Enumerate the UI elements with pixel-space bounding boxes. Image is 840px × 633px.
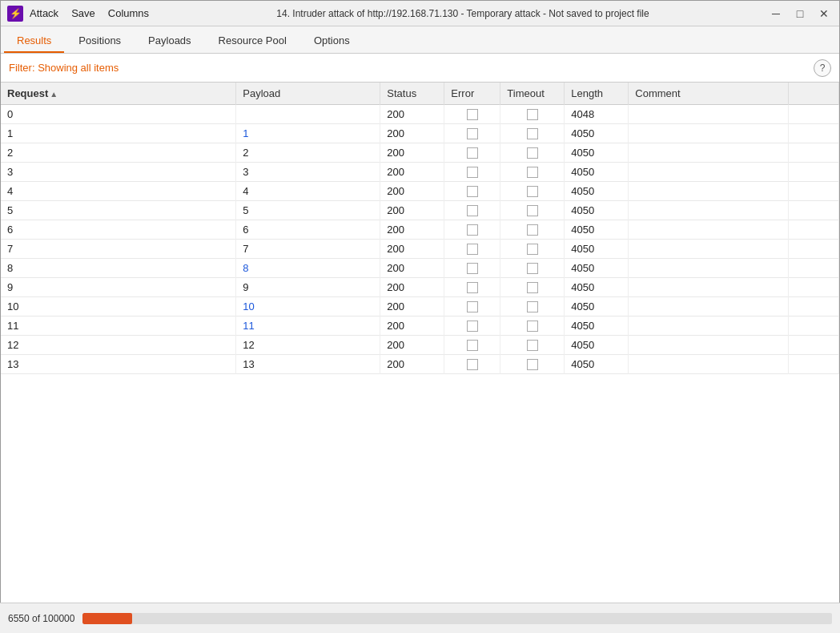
cell-timeout[interactable] bbox=[500, 220, 565, 240]
cell-error[interactable] bbox=[444, 220, 500, 240]
cell-extra bbox=[789, 143, 839, 163]
cell-timeout[interactable] bbox=[500, 259, 565, 278]
col-length[interactable]: Length bbox=[565, 83, 629, 105]
cell-extra bbox=[789, 182, 839, 201]
col-request[interactable]: Request▲ bbox=[1, 83, 236, 105]
table-row[interactable]: 992004050 bbox=[1, 278, 839, 297]
cell-extra bbox=[789, 124, 839, 143]
tab-resource-pool[interactable]: Resource Pool bbox=[206, 30, 299, 53]
cell-timeout[interactable] bbox=[500, 124, 565, 143]
cell-comment bbox=[629, 278, 789, 297]
table-row[interactable]: 02004048 bbox=[1, 105, 839, 124]
results-table-container: Request▲ Payload Status Error Timeout Le… bbox=[1, 83, 839, 603]
table-row[interactable]: 552004050 bbox=[1, 201, 839, 220]
cell-length: 4050 bbox=[565, 278, 629, 297]
cell-extra bbox=[789, 259, 839, 278]
cell-error[interactable] bbox=[444, 143, 500, 163]
table-row[interactable]: 442004050 bbox=[1, 182, 839, 201]
tab-options[interactable]: Options bbox=[301, 30, 363, 53]
cell-error[interactable] bbox=[444, 297, 500, 316]
col-status[interactable]: Status bbox=[380, 83, 444, 105]
filter-label[interactable]: Filter: Showing all items bbox=[9, 62, 814, 74]
menu-save[interactable]: Save bbox=[71, 7, 95, 19]
cell-error[interactable] bbox=[444, 355, 500, 374]
tab-bar: Results Positions Payloads Resource Pool… bbox=[1, 26, 839, 54]
table-row[interactable]: 10102004050 bbox=[1, 297, 839, 316]
cell-length: 4048 bbox=[565, 105, 629, 124]
cell-request: 6 bbox=[1, 220, 236, 240]
tab-positions[interactable]: Positions bbox=[66, 30, 134, 53]
table-row[interactable]: 11112004050 bbox=[1, 316, 839, 336]
cell-error[interactable] bbox=[444, 201, 500, 220]
tab-payloads[interactable]: Payloads bbox=[135, 30, 203, 53]
cell-payload: 6 bbox=[236, 220, 380, 240]
col-error[interactable]: Error bbox=[444, 83, 500, 105]
table-row[interactable]: 12122004050 bbox=[1, 336, 839, 355]
cell-error[interactable] bbox=[444, 336, 500, 355]
cell-error[interactable] bbox=[444, 182, 500, 201]
cell-extra bbox=[789, 105, 839, 124]
cell-request: 3 bbox=[1, 163, 236, 182]
table-row[interactable]: 772004050 bbox=[1, 240, 839, 259]
cell-request: 13 bbox=[1, 355, 236, 374]
cell-comment bbox=[629, 105, 789, 124]
cell-length: 4050 bbox=[565, 336, 629, 355]
cell-payload[interactable]: 11 bbox=[236, 316, 380, 336]
cell-status: 200 bbox=[380, 124, 444, 143]
table-row[interactable]: 332004050 bbox=[1, 163, 839, 182]
cell-error[interactable] bbox=[444, 124, 500, 143]
table-row[interactable]: 13132004050 bbox=[1, 355, 839, 374]
cell-payload: 5 bbox=[236, 201, 380, 220]
cell-error[interactable] bbox=[444, 105, 500, 124]
cell-timeout[interactable] bbox=[500, 355, 565, 374]
cell-timeout[interactable] bbox=[500, 297, 565, 316]
menu-columns[interactable]: Columns bbox=[108, 7, 149, 19]
col-payload[interactable]: Payload bbox=[236, 83, 380, 105]
table-row[interactable]: 662004050 bbox=[1, 220, 839, 240]
window-controls: ─ □ ✕ bbox=[767, 5, 833, 22]
cell-timeout[interactable] bbox=[500, 278, 565, 297]
results-table: Request▲ Payload Status Error Timeout Le… bbox=[1, 83, 839, 374]
cell-error[interactable] bbox=[444, 259, 500, 278]
cell-timeout[interactable] bbox=[500, 182, 565, 201]
cell-timeout[interactable] bbox=[500, 240, 565, 259]
table-row[interactable]: 112004050 bbox=[1, 124, 839, 143]
maximize-button[interactable]: □ bbox=[791, 5, 809, 22]
cell-error[interactable] bbox=[444, 316, 500, 336]
cell-timeout[interactable] bbox=[500, 201, 565, 220]
table-row[interactable]: 882004050 bbox=[1, 259, 839, 278]
cell-comment bbox=[629, 124, 789, 143]
cell-payload[interactable]: 8 bbox=[236, 259, 380, 278]
cell-payload[interactable]: 10 bbox=[236, 297, 380, 316]
cell-error[interactable] bbox=[444, 278, 500, 297]
cell-timeout[interactable] bbox=[500, 105, 565, 124]
cell-status: 200 bbox=[380, 278, 444, 297]
cell-payload bbox=[236, 105, 380, 124]
cell-error[interactable] bbox=[444, 163, 500, 182]
progress-bar bbox=[82, 613, 832, 624]
cell-error[interactable] bbox=[444, 240, 500, 259]
close-button[interactable]: ✕ bbox=[815, 5, 833, 22]
table-row[interactable]: 222004050 bbox=[1, 143, 839, 163]
cell-timeout[interactable] bbox=[500, 336, 565, 355]
cell-payload[interactable]: 1 bbox=[236, 124, 380, 143]
cell-timeout[interactable] bbox=[500, 316, 565, 336]
cell-payload: 12 bbox=[236, 336, 380, 355]
menu-attack[interactable]: Attack bbox=[30, 7, 58, 19]
tab-results[interactable]: Results bbox=[4, 30, 64, 53]
cell-timeout[interactable] bbox=[500, 143, 565, 163]
col-comment[interactable]: Comment bbox=[629, 83, 789, 105]
cell-length: 4050 bbox=[565, 355, 629, 374]
cell-length: 4050 bbox=[565, 297, 629, 316]
cell-comment bbox=[629, 316, 789, 336]
cell-request: 7 bbox=[1, 240, 236, 259]
cell-comment bbox=[629, 336, 789, 355]
help-button[interactable]: ? bbox=[814, 59, 831, 77]
cell-length: 4050 bbox=[565, 182, 629, 201]
cell-request: 8 bbox=[1, 259, 236, 278]
col-timeout[interactable]: Timeout bbox=[500, 83, 565, 105]
cell-comment bbox=[629, 220, 789, 240]
minimize-button[interactable]: ─ bbox=[767, 5, 785, 22]
cell-comment bbox=[629, 297, 789, 316]
cell-timeout[interactable] bbox=[500, 163, 565, 182]
